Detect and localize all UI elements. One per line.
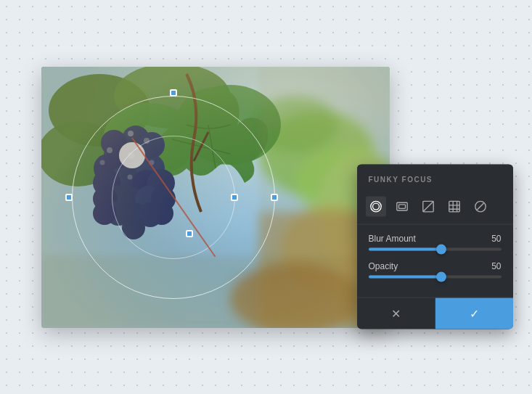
grape-image — [41, 67, 390, 328]
cancel-icon: ✕ — [391, 306, 401, 320]
rectangle-icon — [396, 200, 409, 213]
circle-icon — [369, 200, 382, 213]
panel-icons — [357, 190, 513, 224]
opacity-fill — [369, 275, 442, 278]
cancel-button[interactable]: ✕ — [357, 297, 435, 329]
opacity-row: Opacity 50 — [369, 260, 502, 278]
svg-rect-59 — [449, 201, 459, 211]
rectangle-shape-button[interactable] — [392, 196, 412, 216]
panel-header: FUNKY FOCUS — [357, 164, 513, 190]
blur-amount-track[interactable] — [369, 247, 502, 250]
opacity-label: Opacity — [369, 260, 398, 271]
blur-amount-value: 50 — [491, 233, 501, 243]
diagonal-icon — [422, 200, 435, 213]
confirm-icon: ✓ — [470, 306, 479, 320]
blur-amount-label-row: Blur Amount 50 — [369, 233, 502, 243]
grid-icon — [448, 200, 461, 213]
opacity-label-row: Opacity 50 — [369, 260, 502, 271]
panel-title: FUNKY FOCUS — [369, 175, 433, 183]
panel-body: Blur Amount 50 Opacity 50 — [357, 224, 513, 297]
opacity-track[interactable] — [369, 275, 502, 278]
circle-shape-button[interactable] — [366, 196, 386, 216]
blur-amount-fill — [369, 247, 442, 250]
slash-icon — [474, 200, 487, 213]
control-panel: FUNKY FOCUS — [357, 164, 513, 329]
canvas-area: FUNKY FOCUS — [41, 38, 491, 357]
svg-line-65 — [477, 203, 483, 210]
blur-amount-label: Blur Amount — [369, 233, 416, 243]
confirm-button[interactable]: ✓ — [435, 297, 513, 329]
opacity-value: 50 — [491, 260, 501, 271]
grid-shape-button[interactable] — [444, 196, 465, 216]
blur-amount-thumb[interactable] — [436, 244, 446, 254]
blur-amount-row: Blur Amount 50 — [369, 233, 502, 250]
image-container — [41, 67, 390, 328]
opacity-thumb[interactable] — [436, 271, 446, 282]
svg-line-58 — [422, 201, 433, 211]
svg-rect-56 — [398, 204, 405, 208]
svg-rect-54 — [372, 203, 379, 210]
diagonal-shape-button[interactable] — [418, 196, 438, 216]
panel-footer: ✕ ✓ — [357, 297, 513, 329]
background-image — [41, 67, 390, 328]
svg-rect-52 — [41, 255, 390, 328]
slash-shape-button[interactable] — [470, 196, 491, 216]
